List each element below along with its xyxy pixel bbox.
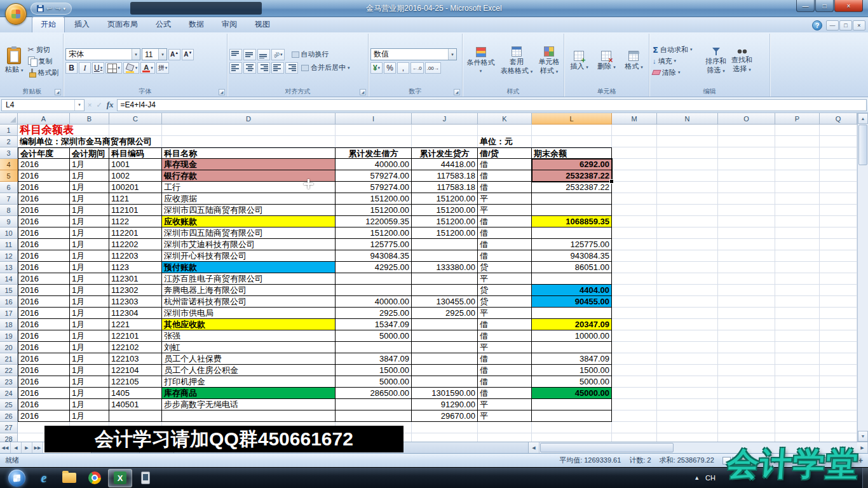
cell-C24[interactable]: 1405 — [109, 388, 162, 399]
cell-I8[interactable]: 151200.00 — [336, 205, 412, 216]
cell-L3[interactable]: 期末余额 — [532, 147, 612, 159]
font-dialog-launcher[interactable]: ◢ — [219, 89, 225, 95]
fill-button[interactable]: ↓填充▾ — [651, 55, 702, 67]
row-header-21[interactable]: 21 — [0, 353, 18, 365]
cell-N16[interactable] — [657, 296, 718, 308]
cell-I1[interactable] — [336, 125, 412, 136]
cell-K3[interactable]: 借/贷 — [478, 147, 532, 159]
percent-format-button[interactable]: % — [384, 62, 396, 74]
cell-I10[interactable]: 151200.00 — [336, 227, 412, 239]
vertical-scroll-thumb[interactable] — [858, 125, 867, 165]
cell-M7[interactable] — [612, 193, 657, 205]
cell-I17[interactable]: 2925.00 — [336, 308, 412, 319]
cell-J10[interactable]: 151200.00 — [412, 227, 478, 239]
row-header-1[interactable]: 1 — [0, 125, 18, 136]
cell-I7[interactable]: 151200.00 — [336, 193, 412, 205]
cell-N15[interactable] — [657, 285, 718, 296]
cell-C10[interactable]: 112201 — [109, 227, 162, 239]
last-sheet-icon[interactable]: ▶▶ — [32, 442, 43, 453]
cell-C4[interactable]: 1001 — [109, 159, 162, 170]
cell-D4[interactable]: 库存现金 — [162, 159, 336, 170]
horizontal-scroll-thumb[interactable] — [540, 443, 674, 452]
cell-C16[interactable]: 112303 — [109, 296, 162, 308]
cell-I23[interactable]: 5000.00 — [336, 376, 412, 388]
cell-D12[interactable]: 深圳开心科技有限公司 — [162, 250, 336, 262]
cell-P27[interactable] — [775, 422, 820, 433]
cell-P15[interactable] — [775, 285, 820, 296]
cell-M26[interactable] — [612, 410, 657, 422]
cell-K10[interactable]: 借 — [478, 227, 532, 239]
row-header-14[interactable]: 14 — [0, 273, 18, 285]
cell-I5[interactable]: 579274.00 — [336, 170, 412, 182]
cell-B16[interactable]: 1月 — [70, 296, 109, 308]
cell-Q15[interactable] — [820, 285, 857, 296]
cell-L4[interactable]: 6292.00 — [532, 159, 612, 170]
cell-Q9[interactable] — [820, 216, 857, 227]
title-bar[interactable]: ↩ ↪ ▾ 金马营业期2016-04-25 - Microsoft Excel … — [0, 0, 868, 17]
cell-C22[interactable]: 122104 — [109, 365, 162, 376]
cell-J24[interactable]: 1301590.00 — [412, 388, 478, 399]
row-header-20[interactable]: 20 — [0, 342, 18, 353]
cell-J19[interactable] — [412, 330, 478, 342]
start-button[interactable] — [8, 470, 25, 487]
cell-M10[interactable] — [612, 227, 657, 239]
select-all-corner[interactable] — [0, 113, 18, 125]
bold-button[interactable]: B — [65, 62, 78, 74]
cell-I4[interactable]: 40000.00 — [336, 159, 412, 170]
cell-Q2[interactable] — [820, 136, 857, 147]
cell-I2[interactable] — [336, 136, 412, 147]
cell-Q7[interactable] — [820, 193, 857, 205]
column-header-B[interactable]: B — [70, 113, 109, 125]
cell-B15[interactable]: 1月 — [70, 285, 109, 296]
copy-button[interactable]: 复制 — [27, 55, 60, 67]
name-box[interactable]: L4 ▾ — [1, 99, 85, 111]
cell-A25[interactable]: 2016 — [18, 399, 70, 410]
cell-D22[interactable]: 员工个人住房公积金 — [162, 365, 336, 376]
cell-N7[interactable] — [657, 193, 718, 205]
cell-B10[interactable]: 1月 — [70, 227, 109, 239]
cell-L22[interactable]: 1500.00 — [532, 365, 612, 376]
cell-J11[interactable] — [412, 239, 478, 250]
cell-A6[interactable]: 2016 — [18, 182, 70, 193]
cell-N1[interactable] — [657, 125, 718, 136]
cell-L25[interactable] — [532, 399, 612, 410]
cell-O26[interactable] — [718, 410, 775, 422]
cell-J12[interactable] — [412, 250, 478, 262]
cell-I9[interactable]: 1220059.35 — [336, 216, 412, 227]
row-header-24[interactable]: 24 — [0, 388, 18, 399]
cell-O10[interactable] — [718, 227, 775, 239]
cell-Q16[interactable] — [820, 296, 857, 308]
cell-L21[interactable]: 3847.09 — [532, 353, 612, 365]
cell-D2[interactable] — [162, 136, 336, 147]
cell-J3[interactable]: 累计发生贷方 — [412, 147, 478, 159]
cell-D14[interactable]: 江苏百胜电子商贸有限公司 — [162, 273, 336, 285]
cancel-entry-icon[interactable]: × — [88, 101, 92, 109]
cell-B26[interactable]: 1月 — [70, 410, 109, 422]
cell-O19[interactable] — [718, 330, 775, 342]
align-middle-button[interactable] — [243, 49, 256, 60]
cell-K7[interactable]: 平 — [478, 193, 532, 205]
cell-A14[interactable]: 2016 — [18, 273, 70, 285]
cell-A21[interactable]: 2016 — [18, 353, 70, 365]
cell-K6[interactable]: 借 — [478, 182, 532, 193]
align-top-button[interactable] — [229, 49, 242, 60]
cell-L10[interactable] — [532, 227, 612, 239]
cell-C3[interactable]: 科目编码 — [109, 147, 162, 159]
cell-K8[interactable]: 平 — [478, 205, 532, 216]
cell-L5[interactable]: 2532387.22 — [532, 170, 612, 182]
cell-A22[interactable]: 2016 — [18, 365, 70, 376]
cell-L9[interactable]: 1068859.35 — [532, 216, 612, 227]
cell-A13[interactable]: 2016 — [18, 262, 70, 273]
cell-N28[interactable] — [657, 433, 718, 442]
row-header-12[interactable]: 12 — [0, 250, 18, 262]
cell-N3[interactable] — [657, 147, 718, 159]
cell-K21[interactable]: 借 — [478, 353, 532, 365]
cell-N12[interactable] — [657, 250, 718, 262]
cell-Q17[interactable] — [820, 308, 857, 319]
cell-K23[interactable]: 借 — [478, 376, 532, 388]
cell-K18[interactable]: 借 — [478, 319, 532, 330]
cell-A12[interactable]: 2016 — [18, 250, 70, 262]
row-header-3[interactable]: 3 — [0, 147, 18, 159]
cell-A26[interactable]: 2016 — [18, 410, 70, 422]
cell-Q20[interactable] — [820, 342, 857, 353]
